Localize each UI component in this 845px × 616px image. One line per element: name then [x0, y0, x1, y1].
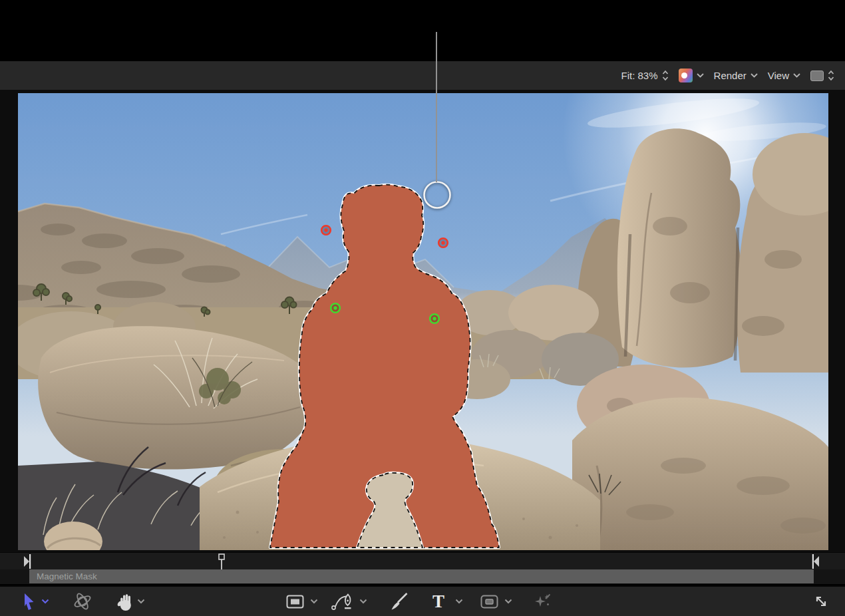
pan-tool[interactable]: [116, 587, 134, 616]
canvas-viewport[interactable]: [18, 93, 828, 550]
stepper-icon[interactable]: [828, 70, 834, 81]
magnetic-mask-clip-bar[interactable]: Magnetic Mask: [29, 569, 814, 583]
mask-shape-tool[interactable]: [480, 587, 498, 616]
timing-display-row: Magnetic Mask: [0, 569, 845, 584]
text-tool-icon: T: [432, 587, 444, 616]
rectangle-tool-menu[interactable]: [310, 587, 318, 616]
select-arrow-icon: [21, 592, 36, 611]
view-menu[interactable]: View: [768, 70, 800, 81]
timeline-ruler[interactable]: [0, 552, 845, 569]
view-menu-label[interactable]: View: [768, 70, 789, 81]
layout-selector[interactable]: [810, 70, 834, 81]
chevron-down-icon: [310, 599, 318, 604]
motion-canvas-window: Fit: 83% Render View: [0, 0, 845, 616]
bezier-pen-icon: [331, 593, 354, 611]
zoom-level-value[interactable]: Fit: 83%: [621, 70, 658, 81]
play-range-in-marker[interactable]: [24, 554, 32, 569]
rectangle-tool-icon: [286, 595, 304, 609]
magic-wand-tool[interactable]: [534, 587, 552, 616]
orbit-3d-icon: [72, 591, 93, 612]
chevron-down-icon: [504, 599, 512, 604]
bezier-pen-tool[interactable]: [331, 587, 354, 616]
chevron-down-icon: [793, 73, 800, 78]
chevron-down-icon: [359, 599, 367, 604]
pan-tool-menu[interactable]: [137, 587, 145, 616]
expand-arrows-icon: [812, 592, 830, 611]
mask-point-dot: [432, 317, 436, 320]
canvas-toolbar: Fit: 83% Render View: [0, 61, 845, 90]
chevron-down-icon: [697, 73, 704, 78]
text-tool[interactable]: T: [432, 587, 444, 616]
mask-point-dot: [441, 241, 444, 244]
color-well-dot: [681, 73, 687, 78]
orbit-3d-tool[interactable]: [72, 587, 93, 616]
stepper-icon[interactable]: [662, 70, 669, 81]
play-range-out-marker[interactable]: [811, 554, 819, 569]
chevron-down-icon: [137, 599, 145, 604]
tools-toolbar: T: [0, 585, 845, 616]
canvas-layout-icon[interactable]: [810, 71, 824, 81]
callout-line: [436, 32, 437, 182]
rectangle-tool[interactable]: [286, 587, 304, 616]
render-menu-label[interactable]: Render: [714, 70, 747, 81]
mask-shape-tool-menu[interactable]: [504, 587, 512, 616]
chevron-down-icon: [455, 599, 463, 604]
select-tool-menu[interactable]: [41, 587, 49, 616]
select-tool[interactable]: [21, 587, 36, 616]
mask-shape-icon: [480, 595, 498, 609]
channel-display-menu[interactable]: [679, 69, 704, 82]
expand-view-button[interactable]: [812, 587, 830, 616]
paint-stroke-tool[interactable]: [389, 587, 409, 616]
chevron-down-icon: [41, 599, 49, 604]
magic-wand-icon: [534, 592, 552, 611]
mask-point-dot: [324, 228, 327, 231]
color-channel-icon[interactable]: [679, 69, 693, 82]
clip-label: Magnetic Mask: [29, 569, 814, 583]
mask-point-dot: [333, 306, 337, 309]
chevron-down-icon: [751, 73, 758, 78]
text-tool-menu[interactable]: [455, 587, 463, 616]
paint-brush-icon: [389, 592, 409, 611]
hand-icon: [116, 592, 134, 611]
zoom-level-control[interactable]: Fit: 83%: [621, 70, 669, 81]
bezier-pen-tool-menu[interactable]: [359, 587, 367, 616]
canvas-background: [0, 90, 845, 552]
playhead[interactable]: [218, 553, 226, 570]
window-chrome-area: [0, 0, 845, 61]
render-menu[interactable]: Render: [714, 70, 758, 81]
